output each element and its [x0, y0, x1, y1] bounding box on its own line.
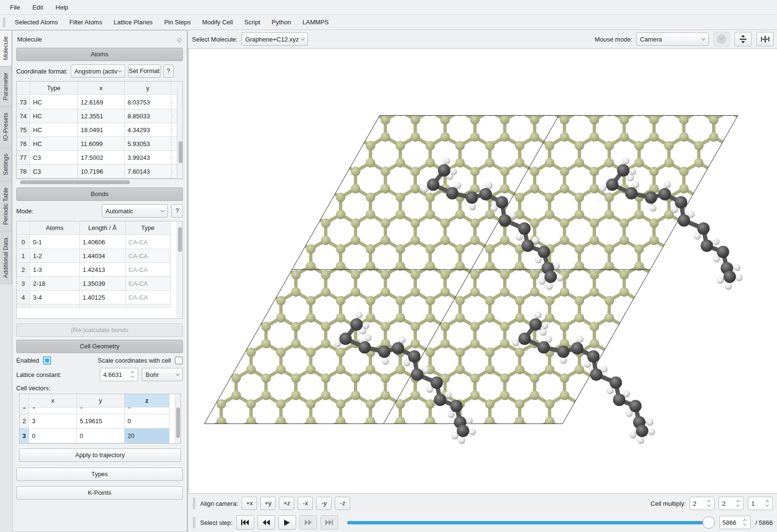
apply-to-trajectory-button[interactable]: Apply to trajectory — [19, 449, 181, 462]
atoms-section-button[interactable]: Atoms — [16, 48, 183, 61]
step-last-button[interactable] — [320, 515, 338, 530]
cell-multiply-y-spinbox[interactable]: 2 — [719, 497, 744, 510]
align-plus-z-button[interactable]: +z — [279, 497, 294, 510]
table-cell[interactable]: CA-CA — [126, 263, 170, 277]
table-cell[interactable]: 1.42413 — [80, 263, 126, 277]
atoms-help-button[interactable]: ? — [163, 64, 174, 78]
atoms-table-vscrollbar[interactable] — [177, 82, 182, 178]
step-slider-handle[interactable] — [702, 516, 715, 529]
lattice-constant-spinbox[interactable]: 4.6631 — [100, 368, 138, 381]
step-forward-button[interactable] — [299, 515, 317, 530]
bond-mode-dropdown[interactable]: Automatic — [102, 204, 168, 218]
bar-drag-handle[interactable] — [193, 498, 195, 509]
table-cell[interactable]: CA-CA — [126, 291, 170, 304]
table-cell[interactable]: 1.40125 — [80, 291, 126, 304]
menu-edit[interactable]: Edit — [26, 2, 49, 13]
side-tab-io-presets[interactable]: IO-Presets — [0, 106, 12, 147]
menu-help[interactable]: Help — [49, 2, 75, 13]
step-rewind-button[interactable] — [257, 515, 275, 530]
table-cell[interactable]: 0 — [29, 428, 77, 443]
menu-file[interactable]: File — [4, 2, 26, 13]
panel-collapse-icon[interactable]: ◇ — [177, 36, 182, 43]
enabled-checkbox[interactable] — [43, 356, 51, 365]
table-cell[interactable]: 3.99243 — [125, 151, 171, 165]
vectors-col-z[interactable]: z — [125, 394, 170, 407]
row-header[interactable]: 1 — [20, 407, 29, 414]
bonds-section-button[interactable]: Bonds — [16, 188, 183, 201]
align-minus-z-button[interactable]: -z — [335, 497, 350, 510]
align-minus-y-button[interactable]: -y — [316, 497, 331, 510]
atoms-col-type[interactable]: Type — [30, 82, 78, 95]
bonds-col-atoms[interactable]: Atoms — [30, 221, 80, 235]
types-button[interactable]: Types — [16, 468, 183, 481]
step-play-button[interactable] — [278, 515, 296, 530]
row-header[interactable]: 74 — [17, 109, 30, 123]
row-header[interactable]: 2 — [17, 263, 30, 277]
side-tab-parameter[interactable]: Parameter — [0, 66, 12, 106]
molecule-3d-viewport[interactable] — [188, 48, 777, 494]
vectors-col-y[interactable]: y — [77, 394, 125, 407]
row-header[interactable]: 75 — [17, 123, 30, 137]
cell-vectors-vscrollbar[interactable] — [175, 394, 181, 443]
table-cell[interactable]: 0 — [77, 428, 125, 443]
atoms-col-y[interactable]: y — [125, 82, 171, 95]
table-cell[interactable]: 2-18 — [30, 277, 80, 291]
table-cell[interactable]: 8.03753 — [125, 95, 171, 109]
clear-view-button[interactable]: ✕ — [713, 32, 730, 46]
toolbar-drag-handle[interactable] — [3, 18, 5, 27]
row-header[interactable]: 3 — [17, 277, 30, 291]
side-tab-additional-data[interactable]: Additional Data — [0, 231, 12, 284]
table-cell[interactable]: 8.85033 — [125, 109, 171, 123]
align-minus-x-button[interactable]: -x — [298, 497, 313, 510]
lattice-unit-dropdown[interactable]: Bohr — [142, 368, 183, 381]
table-cell[interactable]: 7.60143 — [125, 165, 171, 178]
row-header[interactable]: 4 — [17, 291, 30, 304]
split-view-vertical-button[interactable] — [756, 32, 774, 46]
row-header[interactable]: 76 — [17, 137, 30, 151]
table-cell[interactable]: 0 — [77, 407, 125, 414]
cell-geometry-section-button[interactable]: Cell Geometry — [16, 340, 183, 353]
table-cell[interactable]: 12.6169 — [78, 95, 125, 109]
step-first-button[interactable] — [236, 515, 254, 530]
bonds-help-button[interactable]: ? — [171, 204, 183, 218]
align-plus-x-button[interactable]: +x — [242, 497, 257, 510]
set-format-button[interactable]: Set Format — [128, 64, 160, 78]
step-slider[interactable] — [347, 521, 709, 524]
table-cell[interactable]: 5.19615 — [77, 414, 125, 428]
toolbar-modify-cell[interactable]: Modify Cell — [196, 16, 238, 29]
cell-multiply-z-spinbox[interactable]: 1 — [748, 497, 773, 510]
mouse-mode-dropdown[interactable]: Camera — [636, 32, 709, 46]
table-cell[interactable]: 1.44034 — [80, 249, 126, 263]
table-cell[interactable]: 1-2 — [30, 249, 80, 263]
row-header[interactable]: 2 — [20, 414, 29, 428]
toolbar-python[interactable]: Python — [266, 16, 297, 29]
kpoints-button[interactable]: K-Points — [16, 486, 183, 500]
toolbar-script[interactable]: Script — [239, 16, 266, 29]
table-cell[interactable]: 3 — [29, 414, 77, 428]
table-cell[interactable]: 6 — [29, 407, 77, 414]
table-cell[interactable]: CA-CA — [126, 235, 170, 249]
side-tab-settings[interactable]: Settings — [0, 147, 12, 181]
side-tab-molecule[interactable]: Molecule — [0, 30, 12, 66]
table-cell[interactable]: 11.6099 — [78, 137, 125, 151]
row-header[interactable]: 73 — [17, 95, 30, 109]
table-cell[interactable]: 3-4 — [30, 291, 80, 304]
vectors-col-x[interactable]: x — [29, 394, 77, 407]
table-cell[interactable]: HC — [30, 109, 78, 123]
table-cell[interactable]: 0-1 — [30, 235, 80, 249]
side-tab-periodic-table[interactable]: Periodic Table — [0, 181, 12, 231]
row-header[interactable]: 3 — [20, 428, 29, 443]
bonds-col-type[interactable]: Type — [126, 221, 170, 235]
toolbar-selected-atoms[interactable]: Selected Atoms — [9, 16, 64, 29]
select-molecule-dropdown[interactable]: Graphene+C12.xyz — [241, 32, 308, 46]
table-cell[interactable]: 1.35039 — [80, 277, 126, 291]
toolbar-lattice-planes[interactable]: Lattice Planes — [108, 16, 159, 29]
table-cell[interactable]: 1-3 — [30, 263, 80, 277]
bonds-table-vscrollbar[interactable] — [177, 221, 182, 318]
table-cell[interactable]: 10.7196 — [78, 165, 125, 178]
table-cell[interactable]: CA-CA — [126, 277, 170, 291]
row-header[interactable]: 77 — [17, 151, 30, 165]
table-cell[interactable]: 0 — [125, 414, 170, 428]
atoms-col-x[interactable]: x — [78, 82, 125, 95]
table-cell[interactable]: HC — [30, 123, 78, 137]
